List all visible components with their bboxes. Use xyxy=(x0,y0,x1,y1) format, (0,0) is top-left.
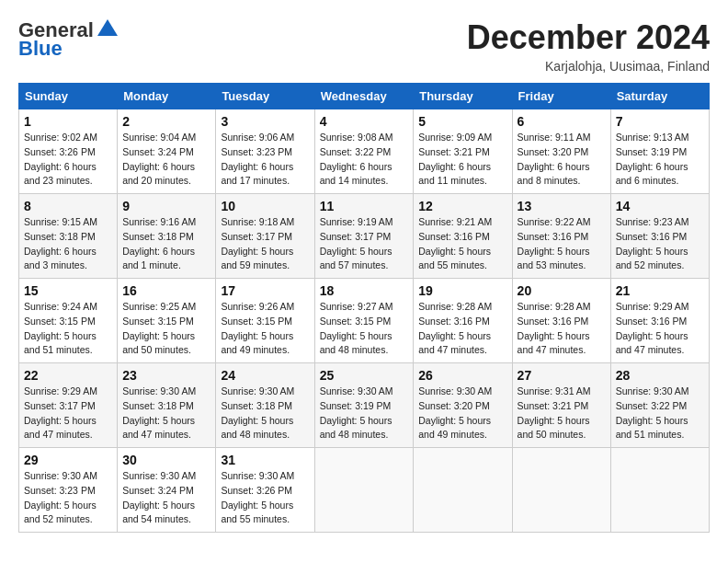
day-info: Sunrise: 9:28 AMSunset: 3:16 PMDaylight:… xyxy=(418,300,506,358)
calendar-cell: 3Sunrise: 9:06 AMSunset: 3:23 PMDaylight… xyxy=(216,109,314,194)
day-number: 8 xyxy=(24,199,112,213)
calendar-cell: 21Sunrise: 9:29 AMSunset: 3:16 PMDayligh… xyxy=(610,279,709,363)
calendar-cell: 11Sunrise: 9:19 AMSunset: 3:17 PMDayligh… xyxy=(314,194,414,279)
calendar-cell xyxy=(512,448,610,533)
month-title: December 2024 xyxy=(467,18,710,57)
calendar-cell: 14Sunrise: 9:23 AMSunset: 3:16 PMDayligh… xyxy=(610,194,709,279)
calendar-week-5: 29Sunrise: 9:30 AMSunset: 3:23 PMDayligh… xyxy=(19,448,710,533)
day-number: 20 xyxy=(518,283,606,298)
calendar-cell xyxy=(610,448,709,533)
day-info: Sunrise: 9:29 AMSunset: 3:16 PMDaylight:… xyxy=(616,300,704,358)
calendar-cell xyxy=(314,448,414,533)
day-info: Sunrise: 9:27 AMSunset: 3:15 PMDaylight:… xyxy=(320,300,409,358)
calendar-cell: 24Sunrise: 9:30 AMSunset: 3:18 PMDayligh… xyxy=(216,363,314,448)
calendar-cell: 10Sunrise: 9:18 AMSunset: 3:17 PMDayligh… xyxy=(216,194,314,279)
column-header-sunday: Sunday xyxy=(19,84,118,109)
day-number: 17 xyxy=(221,283,309,298)
calendar-cell: 9Sunrise: 9:16 AMSunset: 3:18 PMDaylight… xyxy=(118,194,216,279)
day-info: Sunrise: 9:30 AMSunset: 3:24 PMDaylight:… xyxy=(122,469,210,527)
day-info: Sunrise: 9:13 AMSunset: 3:19 PMDaylight:… xyxy=(616,131,704,189)
day-info: Sunrise: 9:11 AMSunset: 3:20 PMDaylight:… xyxy=(518,131,606,189)
day-info: Sunrise: 9:30 AMSunset: 3:18 PMDaylight:… xyxy=(221,385,309,442)
day-info: Sunrise: 9:23 AMSunset: 3:16 PMDaylight:… xyxy=(616,215,704,273)
title-area: December 2024 Karjalohja, Uusimaa, Finla… xyxy=(467,18,710,74)
calendar-cell: 27Sunrise: 9:31 AMSunset: 3:21 PMDayligh… xyxy=(512,363,610,448)
calendar-cell: 5Sunrise: 9:09 AMSunset: 3:21 PMDaylight… xyxy=(414,109,512,194)
day-number: 11 xyxy=(320,199,409,213)
day-number: 29 xyxy=(24,453,112,467)
day-info: Sunrise: 9:15 AMSunset: 3:18 PMDaylight:… xyxy=(24,215,112,273)
calendar-week-1: 1Sunrise: 9:02 AMSunset: 3:26 PMDaylight… xyxy=(19,109,710,194)
day-number: 7 xyxy=(616,114,704,129)
svg-marker-0 xyxy=(97,19,118,36)
calendar-cell: 6Sunrise: 9:11 AMSunset: 3:20 PMDaylight… xyxy=(512,109,610,194)
calendar-cell: 29Sunrise: 9:30 AMSunset: 3:23 PMDayligh… xyxy=(19,448,118,533)
day-number: 5 xyxy=(418,114,506,129)
day-number: 15 xyxy=(24,283,112,298)
column-header-wednesday: Wednesday xyxy=(314,84,414,109)
calendar-cell: 8Sunrise: 9:15 AMSunset: 3:18 PMDaylight… xyxy=(19,194,118,279)
day-number: 1 xyxy=(24,114,112,129)
calendar-cell: 30Sunrise: 9:30 AMSunset: 3:24 PMDayligh… xyxy=(118,448,216,533)
calendar-cell: 12Sunrise: 9:21 AMSunset: 3:16 PMDayligh… xyxy=(414,194,512,279)
day-number: 19 xyxy=(418,283,506,298)
day-info: Sunrise: 9:04 AMSunset: 3:24 PMDaylight:… xyxy=(122,131,210,189)
calendar-week-3: 15Sunrise: 9:24 AMSunset: 3:15 PMDayligh… xyxy=(19,279,710,363)
day-info: Sunrise: 9:30 AMSunset: 3:26 PMDaylight:… xyxy=(221,469,309,527)
day-info: Sunrise: 9:25 AMSunset: 3:15 PMDaylight:… xyxy=(122,300,210,358)
location-subtitle: Karjalohja, Uusimaa, Finland xyxy=(467,59,710,74)
day-info: Sunrise: 9:26 AMSunset: 3:15 PMDaylight:… xyxy=(221,300,309,358)
day-info: Sunrise: 9:30 AMSunset: 3:22 PMDaylight:… xyxy=(616,385,704,442)
day-info: Sunrise: 9:30 AMSunset: 3:20 PMDaylight:… xyxy=(418,385,506,442)
day-number: 9 xyxy=(122,199,210,213)
day-number: 3 xyxy=(221,114,309,129)
day-number: 24 xyxy=(221,368,309,383)
day-info: Sunrise: 9:18 AMSunset: 3:17 PMDaylight:… xyxy=(221,215,309,273)
day-info: Sunrise: 9:31 AMSunset: 3:21 PMDaylight:… xyxy=(518,385,606,442)
calendar-cell: 26Sunrise: 9:30 AMSunset: 3:20 PMDayligh… xyxy=(414,363,512,448)
day-info: Sunrise: 9:30 AMSunset: 3:19 PMDaylight:… xyxy=(320,385,409,442)
column-header-thursday: Thursday xyxy=(414,84,512,109)
calendar-cell xyxy=(414,448,512,533)
calendar-week-2: 8Sunrise: 9:15 AMSunset: 3:18 PMDaylight… xyxy=(19,194,710,279)
day-info: Sunrise: 9:06 AMSunset: 3:23 PMDaylight:… xyxy=(221,131,309,189)
day-number: 26 xyxy=(418,368,506,383)
calendar-cell: 2Sunrise: 9:04 AMSunset: 3:24 PMDaylight… xyxy=(118,109,216,194)
day-info: Sunrise: 9:21 AMSunset: 3:16 PMDaylight:… xyxy=(418,215,506,273)
column-header-friday: Friday xyxy=(512,84,610,109)
calendar-cell: 22Sunrise: 9:29 AMSunset: 3:17 PMDayligh… xyxy=(19,363,118,448)
calendar-cell: 1Sunrise: 9:02 AMSunset: 3:26 PMDaylight… xyxy=(19,109,118,194)
day-info: Sunrise: 9:16 AMSunset: 3:18 PMDaylight:… xyxy=(122,215,210,273)
calendar-week-4: 22Sunrise: 9:29 AMSunset: 3:17 PMDayligh… xyxy=(19,363,710,448)
day-info: Sunrise: 9:24 AMSunset: 3:15 PMDaylight:… xyxy=(24,300,112,358)
day-number: 22 xyxy=(24,368,112,383)
day-info: Sunrise: 9:30 AMSunset: 3:23 PMDaylight:… xyxy=(24,469,112,527)
day-number: 18 xyxy=(320,283,409,298)
day-number: 6 xyxy=(518,114,606,129)
day-info: Sunrise: 9:02 AMSunset: 3:26 PMDaylight:… xyxy=(24,131,112,189)
calendar-table: SundayMondayTuesdayWednesdayThursdayFrid… xyxy=(18,83,710,533)
day-number: 25 xyxy=(320,368,409,383)
day-info: Sunrise: 9:28 AMSunset: 3:16 PMDaylight:… xyxy=(518,300,606,358)
day-number: 12 xyxy=(418,199,506,213)
day-info: Sunrise: 9:22 AMSunset: 3:16 PMDaylight:… xyxy=(518,215,606,273)
day-info: Sunrise: 9:08 AMSunset: 3:22 PMDaylight:… xyxy=(320,131,409,189)
calendar-cell: 16Sunrise: 9:25 AMSunset: 3:15 PMDayligh… xyxy=(118,279,216,363)
day-number: 10 xyxy=(221,199,309,213)
day-number: 2 xyxy=(122,114,210,129)
day-number: 21 xyxy=(616,283,704,298)
day-number: 16 xyxy=(122,283,210,298)
column-header-monday: Monday xyxy=(118,84,216,109)
day-info: Sunrise: 9:29 AMSunset: 3:17 PMDaylight:… xyxy=(24,385,112,442)
calendar-cell: 13Sunrise: 9:22 AMSunset: 3:16 PMDayligh… xyxy=(512,194,610,279)
calendar-cell: 18Sunrise: 9:27 AMSunset: 3:15 PMDayligh… xyxy=(314,279,414,363)
day-number: 28 xyxy=(616,368,704,383)
day-number: 31 xyxy=(221,453,309,467)
day-info: Sunrise: 9:09 AMSunset: 3:21 PMDaylight:… xyxy=(418,131,506,189)
day-number: 13 xyxy=(518,199,606,213)
calendar-cell: 17Sunrise: 9:26 AMSunset: 3:15 PMDayligh… xyxy=(216,279,314,363)
day-number: 4 xyxy=(320,114,409,129)
column-header-saturday: Saturday xyxy=(610,84,709,109)
calendar-cell: 7Sunrise: 9:13 AMSunset: 3:19 PMDaylight… xyxy=(610,109,709,194)
logo-blue-text: Blue xyxy=(18,37,63,61)
